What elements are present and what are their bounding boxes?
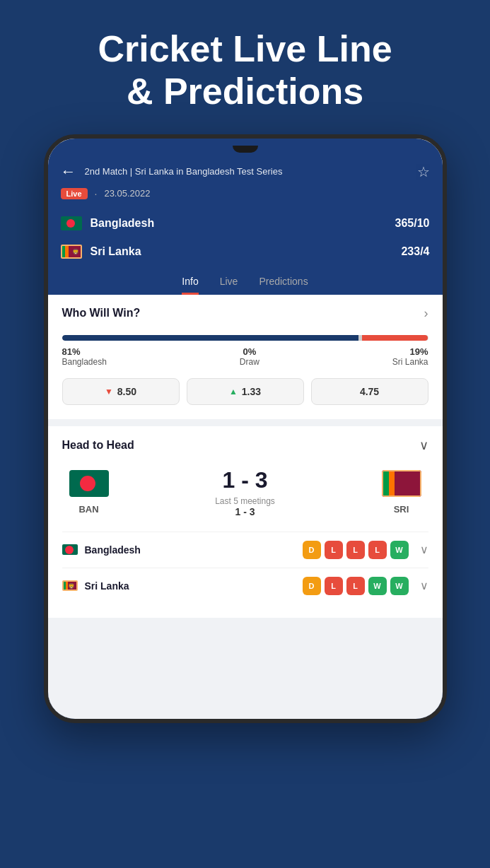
odds-row: ▼ 8.50 ▲ 1.33 4.75 xyxy=(62,378,428,405)
h2h-title: Head to Head xyxy=(62,439,134,452)
form-badge-ban-4: L xyxy=(368,541,387,559)
form-badge-ban-3: L xyxy=(346,541,365,559)
h2h-ban-abbr: BAN xyxy=(78,504,98,515)
odds-draw-button[interactable]: ▲ 1.33 xyxy=(187,378,304,405)
team-name-ban: Bangladesh xyxy=(91,217,387,230)
form-badge-ban-1: D xyxy=(303,541,321,559)
prob-bar xyxy=(62,335,428,341)
prob-sri-fill xyxy=(362,335,428,341)
flag-bangladesh xyxy=(61,216,82,230)
form-row-ban: Bangladesh D L L L W ∨ xyxy=(62,532,428,568)
h2h-sri-abbr: SRI xyxy=(394,504,409,515)
live-row: Live · 23.05.2022 xyxy=(48,188,443,209)
team-name-sri: Sri Lanka xyxy=(91,245,393,258)
tab-predictions[interactable]: Predictions xyxy=(259,276,308,295)
form-badge-sri-1: D xyxy=(303,577,321,595)
form-badge-sri-3: L xyxy=(346,577,365,595)
match-date: 23.05.2022 xyxy=(104,188,150,199)
odds-sri-button[interactable]: 4.75 xyxy=(311,378,428,405)
form-badges-ban: D L L L W xyxy=(303,541,409,559)
form-team-name-sri: Sri Lanka xyxy=(85,580,296,592)
tab-live[interactable]: Live xyxy=(220,276,238,295)
h2h-team-ban: BAN xyxy=(69,470,109,515)
h2h-score-sri: 3 xyxy=(255,467,268,493)
prob-item-sri: 19% Sri Lanka xyxy=(392,346,428,367)
h2h-team-sri: SRI xyxy=(382,470,421,515)
odds-sri-value: 4.75 xyxy=(360,386,379,397)
odds-ban-value: 8.50 xyxy=(117,386,136,397)
prob-bar-container: 81% Bangladesh 0% Draw 19% Sri Lanka xyxy=(62,335,428,367)
back-button[interactable]: ← xyxy=(61,163,76,181)
sri-pct: 19% xyxy=(392,346,428,357)
match-title: 2nd Match | Sri Lanka in Bangladesh Test… xyxy=(85,166,409,177)
form-badge-sri-5: W xyxy=(390,577,409,595)
tabs-bar: Info Live Predictions xyxy=(48,266,443,295)
content-area: Who Will Win? › 81% Bangladesh xyxy=(48,295,443,719)
sri-label: Sri Lanka xyxy=(392,357,428,367)
flag-ban-large xyxy=(69,470,109,497)
prob-item-draw: 0% Draw xyxy=(240,346,259,367)
live-badge: Live xyxy=(61,188,88,199)
h2h-score-main: 1 - 3 xyxy=(215,467,275,493)
phone-screen: ← 2nd Match | Sri Lanka in Bangladesh Te… xyxy=(48,153,443,719)
h2h-flag-ban xyxy=(69,470,109,497)
chevron-right-icon[interactable]: › xyxy=(424,306,428,321)
screen-header: ← 2nd Match | Sri Lanka in Bangladesh Te… xyxy=(48,153,443,188)
wwwin-title: Who Will Win? xyxy=(62,307,141,319)
h2h-score-sep: - xyxy=(241,467,255,493)
hero-section: Cricket Live Line & Predictions xyxy=(69,0,420,134)
who-will-win-card: Who Will Win? › 81% Bangladesh xyxy=(48,295,443,419)
form-badge-ban-2: L xyxy=(325,541,343,559)
h2h-flag-sri xyxy=(382,470,421,497)
prob-ban-fill xyxy=(62,335,359,341)
h2h-header: Head to Head ∨ xyxy=(62,438,428,453)
h2h-score-ban: 1 xyxy=(222,467,235,493)
h2h-last-score: 1 - 3 xyxy=(215,506,275,517)
chevron-down-icon[interactable]: ∨ xyxy=(419,438,428,453)
prob-labels: 81% Bangladesh 0% Draw 19% Sri Lanka xyxy=(62,346,428,367)
tab-info[interactable]: Info xyxy=(182,276,198,295)
form-badge-sri-2: L xyxy=(325,577,343,595)
teams-section: Bangladesh 365/10 Sri Lanka 233/4 xyxy=(48,209,443,266)
odds-draw-value: 1.33 xyxy=(242,386,261,397)
h2h-sub-label: Last 5 meetings xyxy=(215,496,275,506)
form-badge-ban-5: W xyxy=(390,541,409,559)
form-row-sri: Sri Lanka D L L W W ∨ xyxy=(62,568,428,604)
form-flag-sri xyxy=(62,580,78,591)
arrow-up-icon: ▲ xyxy=(229,387,238,397)
team-row-sri: Sri Lanka 233/4 xyxy=(61,237,430,266)
h2h-scores: BAN 1 - 3 Last 5 meetings 1 - 3 xyxy=(62,467,428,517)
ban-label: Bangladesh xyxy=(62,357,107,367)
team-score-sri: 233/4 xyxy=(401,245,429,258)
expand-ban-button[interactable]: ∨ xyxy=(420,543,428,556)
phone-notch-area xyxy=(48,139,443,153)
form-badges-sri: D L L W W xyxy=(303,577,409,595)
flag-srilanka xyxy=(61,245,82,259)
phone-notch xyxy=(233,146,258,153)
ban-pct: 81% xyxy=(62,346,107,357)
dot-separator: · xyxy=(95,188,98,199)
phone-mockup: ← 2nd Match | Sri Lanka in Bangladesh Te… xyxy=(44,134,447,723)
section-header-wwwin: Who Will Win? › xyxy=(62,306,428,321)
form-badge-sri-4: W xyxy=(368,577,387,595)
arrow-down-icon: ▼ xyxy=(105,387,113,397)
expand-sri-button[interactable]: ∨ xyxy=(420,579,428,592)
form-flag-ban xyxy=(62,544,78,555)
favorite-icon[interactable]: ☆ xyxy=(417,163,430,180)
odds-ban-button[interactable]: ▼ 8.50 xyxy=(62,378,180,405)
draw-pct: 0% xyxy=(240,346,259,357)
form-team-name-ban: Bangladesh xyxy=(85,544,296,556)
draw-label: Draw xyxy=(240,357,259,367)
head-to-head-card: Head to Head ∨ BAN 1 - 3 xyxy=(48,426,443,618)
hero-title: Cricket Live Line & Predictions xyxy=(69,0,420,134)
prob-item-ban: 81% Bangladesh xyxy=(62,346,107,367)
h2h-center: 1 - 3 Last 5 meetings 1 - 3 xyxy=(215,467,275,517)
team-score-ban: 365/10 xyxy=(395,217,430,230)
team-row-ban: Bangladesh 365/10 xyxy=(61,209,430,237)
flag-sri-large xyxy=(382,470,421,497)
